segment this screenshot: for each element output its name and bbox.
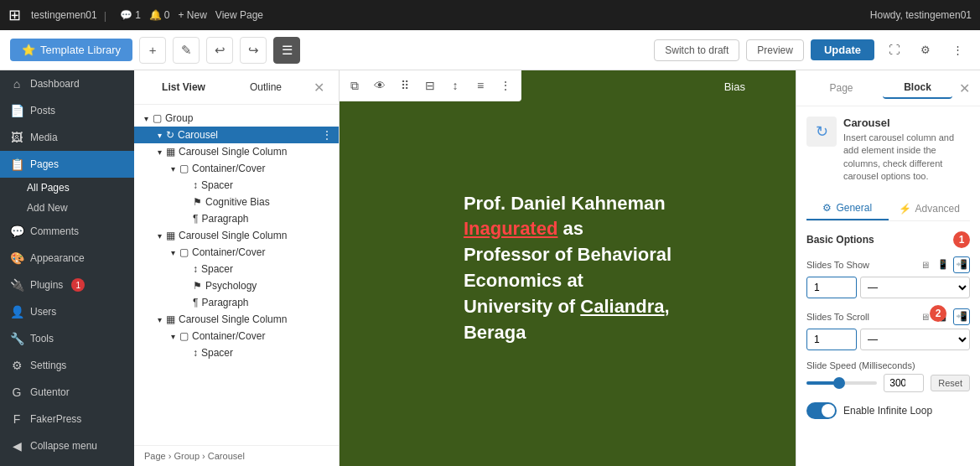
subtab-advanced[interactable]: ⚡ Advanced bbox=[889, 197, 971, 220]
sidebar-item-users[interactable]: 👤 Users bbox=[0, 298, 134, 325]
copy-block-button[interactable]: ⧉ bbox=[343, 74, 366, 97]
sidebar-item-fakerpress[interactable]: F FakerPress bbox=[0, 406, 134, 432]
tree-item-spacer-2[interactable]: ▾ ↕ Spacer bbox=[134, 261, 339, 277]
tree-item-paragraph-1[interactable]: ▾ ¶ Paragraph bbox=[134, 210, 339, 227]
mobile-icon[interactable]: 📲 bbox=[953, 256, 970, 273]
list-view-button[interactable]: ☰ bbox=[273, 37, 300, 64]
block-info: ↻ Carousel Insert carousel column and ad… bbox=[806, 116, 970, 184]
tree-item-carousel[interactable]: ▾ ↻ Carousel ⋮ bbox=[134, 127, 339, 143]
align-center-button[interactable]: ≡ bbox=[469, 74, 492, 97]
comments-icon: 💬 bbox=[10, 225, 23, 238]
slides-to-scroll-select[interactable]: — bbox=[860, 329, 970, 350]
slide-speed-reset-button[interactable]: Reset bbox=[931, 375, 970, 391]
undo-button[interactable]: ↩ bbox=[206, 37, 233, 64]
slides-to-show-select[interactable]: — bbox=[860, 277, 970, 298]
chevron-down-icon: ▾ bbox=[154, 148, 164, 157]
infinite-loop-toggle[interactable] bbox=[806, 402, 837, 419]
tab-block[interactable]: Block bbox=[883, 77, 952, 99]
settings-icon[interactable]: ⚙ bbox=[913, 38, 938, 63]
spacer-icon: ↕ bbox=[193, 347, 198, 359]
sidebar-item-posts[interactable]: 📄 Posts bbox=[0, 97, 134, 124]
align-button[interactable]: ⊟ bbox=[418, 74, 442, 97]
sidebar-item-collapse[interactable]: ◀ Collapse menu bbox=[0, 432, 134, 459]
group-block-icon: ▢ bbox=[153, 112, 162, 124]
template-library-button[interactable]: ⭐ Template Library bbox=[10, 39, 132, 61]
sidebar-item-appearance[interactable]: 🎨 Appearance bbox=[0, 245, 134, 272]
move-button[interactable]: ⠿ bbox=[393, 74, 417, 97]
more-options-icon[interactable]: ⋮ bbox=[945, 38, 970, 63]
tree-item-paragraph-2[interactable]: ▾ ¶ Paragraph bbox=[134, 294, 339, 311]
desktop-icon[interactable]: 🖥 bbox=[916, 256, 933, 273]
tree-item-psychology[interactable]: ▾ ⚑ Psychology bbox=[134, 277, 339, 294]
comment-icon: 💬 bbox=[120, 9, 132, 21]
mobile-scroll-icon[interactable]: 📲 bbox=[953, 308, 970, 325]
more-button[interactable]: ⋮ bbox=[494, 74, 517, 97]
sidebar-item-add-new[interactable]: Add New bbox=[0, 198, 134, 218]
preview-button[interactable]: Preview bbox=[746, 39, 804, 61]
tree-item-container-1[interactable]: ▾ ▢ Container/Cover bbox=[134, 160, 339, 177]
top-bar-actions: 💬 1 🔔 0 + New View Page bbox=[120, 9, 263, 21]
fullscreen-icon[interactable]: ⛶ bbox=[881, 38, 906, 63]
sidebar-item-gutentor[interactable]: G Gutentor bbox=[0, 379, 134, 406]
carousel-single-icon: ▦ bbox=[166, 230, 175, 241]
slides-to-scroll-input[interactable] bbox=[806, 329, 857, 350]
general-icon: ⚙ bbox=[822, 202, 832, 214]
right-panel-close-button[interactable]: ✕ bbox=[959, 80, 970, 96]
tree-item-carousel-single-1[interactable]: ▾ ▦ Carousel Single Column bbox=[134, 143, 339, 160]
sidebar-item-plugins[interactable]: 🔌 Plugins 1 bbox=[0, 272, 134, 298]
block-description: Insert carousel column and add element i… bbox=[843, 132, 970, 184]
sidebar-item-all-pages[interactable]: All Pages bbox=[0, 178, 134, 198]
tree-close-button[interactable]: ✕ bbox=[309, 77, 329, 97]
switch-draft-button[interactable]: Switch to draft bbox=[654, 39, 739, 61]
sidebar-item-settings[interactable]: ⚙ Settings bbox=[0, 352, 134, 379]
tab-page[interactable]: Page bbox=[806, 78, 876, 98]
tree-item-spacer-3[interactable]: ▾ ↕ Spacer bbox=[134, 344, 339, 361]
tab-list-view[interactable]: List View bbox=[144, 77, 223, 97]
toggle-thumb bbox=[822, 404, 835, 417]
scroll-badge: 2 bbox=[930, 305, 946, 322]
sidebar-item-comments[interactable]: 💬 Comments bbox=[0, 218, 134, 245]
edit-button[interactable]: ✎ bbox=[173, 37, 200, 64]
subtab-general[interactable]: ⚙ General bbox=[806, 197, 889, 220]
update-button[interactable]: Update bbox=[811, 39, 874, 60]
slides-to-show-input[interactable] bbox=[806, 277, 857, 298]
container-icon: ▢ bbox=[179, 246, 189, 258]
tree-item-cognitive-bias[interactable]: ▾ ⚑ Cognitive Bias bbox=[134, 194, 339, 210]
notif-count[interactable]: 🔔 0 bbox=[149, 9, 170, 21]
slide-speed-input[interactable] bbox=[884, 374, 924, 392]
sidebar-item-tools[interactable]: 🔧 Tools bbox=[0, 325, 134, 352]
settings-icon: ⚙ bbox=[10, 359, 23, 372]
add-block-button[interactable]: + bbox=[139, 37, 166, 64]
arrows-button[interactable]: ↕ bbox=[443, 74, 467, 97]
tab-outline[interactable]: Outline bbox=[226, 77, 305, 97]
right-panel-body: ↻ Carousel Insert carousel column and ad… bbox=[796, 106, 980, 466]
comment-count[interactable]: 💬 1 bbox=[120, 9, 141, 21]
tree-item-spacer-1[interactable]: ▾ ↕ Spacer bbox=[134, 177, 339, 194]
redo-button[interactable]: ↪ bbox=[240, 37, 267, 64]
sidebar-item-pages[interactable]: 📋 Pages bbox=[0, 151, 134, 178]
slide-line-3: Professor of Behavioral bbox=[464, 242, 671, 268]
howdy-text: Howdy, testingemen01 bbox=[870, 9, 972, 21]
slides-to-show-label: Slides To Show 🖥 📱 📲 bbox=[806, 256, 970, 273]
tree-item-container-2[interactable]: ▾ ▢ Container/Cover bbox=[134, 244, 339, 261]
slide-main-text: Prof. Daniel Kahneman Inagurated as Prof… bbox=[464, 191, 671, 346]
posts-icon: 📄 bbox=[10, 104, 23, 117]
view-page-link[interactable]: View Page bbox=[215, 9, 263, 21]
heading-icon: ⚑ bbox=[193, 196, 202, 208]
more-options-icon[interactable]: ⋮ bbox=[322, 129, 332, 141]
new-link[interactable]: + New bbox=[179, 9, 207, 21]
tree-item-carousel-single-3[interactable]: ▾ ▦ Carousel Single Column bbox=[134, 311, 339, 328]
tablet-icon[interactable]: 📱 bbox=[935, 256, 951, 273]
template-icon: ⭐ bbox=[22, 44, 35, 56]
slide-speed-track[interactable] bbox=[806, 381, 877, 385]
sidebar-item-media[interactable]: 🖼 Media bbox=[0, 124, 134, 151]
tree-item-carousel-single-2[interactable]: ▾ ▦ Carousel Single Column bbox=[134, 227, 339, 244]
tree-item-group[interactable]: ▾ ▢ Group bbox=[134, 110, 339, 127]
slider-thumb[interactable] bbox=[833, 377, 845, 389]
sidebar-item-dashboard[interactable]: ⌂ Dashboard bbox=[0, 70, 134, 97]
site-name: testingemen01 bbox=[31, 9, 97, 21]
block-title: Carousel bbox=[843, 116, 970, 129]
tree-item-container-3[interactable]: ▾ ▢ Container/Cover bbox=[134, 328, 339, 344]
eye-toggle-button[interactable]: 👁 bbox=[368, 74, 391, 97]
paragraph-icon: ¶ bbox=[193, 297, 198, 308]
